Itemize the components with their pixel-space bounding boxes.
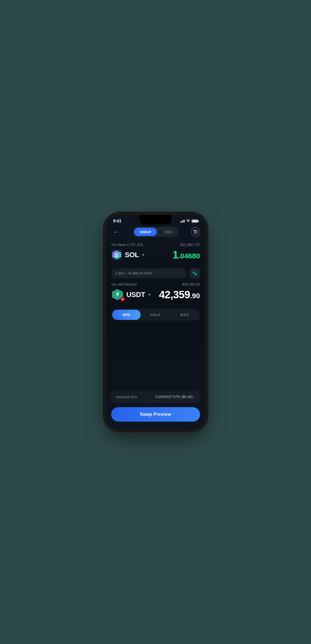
from-amount-whole: 1 [173,249,178,261]
to-label-row: You will Receive $42,359.90 [111,282,200,286]
to-amount: 42,359.90 [159,289,200,301]
back-arrow-icon: ← [113,229,118,235]
from-section: You have 4.737 SOL $42,360.737 [111,243,200,261]
network-fee-value: 0.0035337 ETH ($0.46) [156,395,193,399]
from-label-row: You have 4.737 SOL $42,360.737 [111,243,200,247]
from-amount-decimal: .04680 [178,252,200,260]
fee-value-row: 0.0035337 ETH ($0.46) › [156,395,195,399]
nav-tabs: SWAP DEX [133,227,179,237]
to-token-row: ₮ OP USDT ▾ 42,359.90 [111,288,200,301]
spacer [111,323,200,391]
half-button[interactable]: HALF [141,310,170,320]
to-token-chevron-icon: ▾ [148,292,150,297]
min-button[interactable]: MIN [112,310,141,320]
status-icons [180,219,198,223]
from-token-name: SOL [125,251,139,259]
to-token-selector[interactable]: ₮ OP USDT ▾ [111,288,150,301]
signal-icon [180,220,185,223]
exchange-rate-text: 1 SOL = 41,986.23 USDT [115,271,153,275]
history-icon [193,229,198,234]
amount-buttons: MIN HALF MAX [111,309,200,321]
network-fee-section[interactable]: Network Fee 0.0035337 ETH ($0.46) › [111,391,201,403]
from-token-selector[interactable]: SOL ▾ [111,249,144,260]
notch [140,215,172,224]
exchange-rate-row: 1 SOL = 41,986.23 USDT [111,268,200,279]
wifi-icon [186,219,190,223]
phone-screen: 9:41 ← [106,215,205,429]
header-nav: ← SWAP DEX [106,225,205,240]
network-fee-label: Network Fee [116,395,137,399]
from-token-row: SOL ▾ 1.04680 [111,249,200,261]
exchange-rate-pill: 1 SOL = 41,986.23 USDT [111,268,187,278]
fee-chevron-icon: › [194,395,195,399]
from-amount[interactable]: 1.04680 [173,249,200,261]
tab-dex[interactable]: DEX [161,228,177,236]
swap-direction-button[interactable] [189,268,200,279]
to-amount-decimal: .90 [190,292,200,300]
to-section: You will Receive $42,359.90 ₮ OP USDT ▾ [111,282,200,301]
sol-icon [111,249,122,260]
swap-arrows-icon [192,271,197,276]
status-time: 9:41 [113,219,122,224]
phone-frame: 9:41 ← [106,215,205,429]
main-content: You have 4.737 SOL $42,360.737 [106,240,205,429]
to-token-name: USDT [126,291,145,299]
from-token-chevron-icon: ▾ [142,252,144,257]
usdt-icon: ₮ OP [111,288,124,301]
sol-logo [114,253,120,257]
max-button[interactable]: MAX [170,310,199,320]
to-amount-whole: 42,359 [159,289,190,301]
to-label: You will Receive [111,282,137,286]
tab-swap[interactable]: SWAP [134,228,157,236]
from-usd-value: $42,360.737 [180,243,200,247]
to-usd-value: $42,359.90 [182,282,200,286]
battery-icon [192,220,198,223]
history-button[interactable] [191,227,200,236]
op-badge: OP [120,297,125,302]
from-label: You have 4.737 SOL [111,243,144,247]
swap-preview-button[interactable]: Swap Preview [111,407,200,422]
back-button[interactable]: ← [111,227,120,236]
